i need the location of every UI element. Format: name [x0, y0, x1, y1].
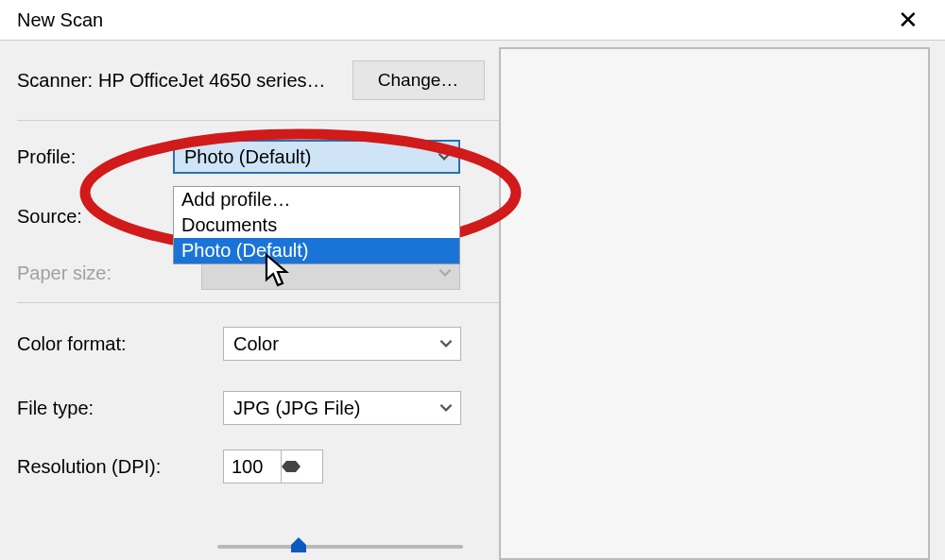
- resolution-spinner[interactable]: [223, 450, 323, 484]
- color-format-value: Color: [233, 333, 279, 355]
- scan-preview-pane: [499, 47, 930, 560]
- titlebar: New Scan ✕: [0, 0, 945, 41]
- profile-dropdown-value: Photo (Default): [184, 146, 312, 168]
- spinner-up-button[interactable]: [282, 450, 301, 467]
- resolution-label: Resolution (DPI):: [17, 456, 223, 478]
- chevron-down-icon: [439, 333, 453, 355]
- brightness-slider[interactable]: [217, 545, 463, 549]
- chevron-down-icon: [439, 398, 453, 419]
- triangle-down-icon: [282, 467, 301, 483]
- profile-option-add[interactable]: Add profile…: [174, 187, 459, 212]
- resolution-input[interactable]: [224, 450, 281, 483]
- profile-label: Profile:: [17, 146, 173, 168]
- window-title: New Scan: [17, 9, 103, 31]
- profile-option-documents[interactable]: Documents: [174, 212, 459, 238]
- color-format-dropdown[interactable]: Color: [223, 327, 461, 361]
- chevron-down-icon: [438, 263, 452, 284]
- file-type-dropdown[interactable]: JPG (JPG File): [223, 391, 461, 425]
- scanner-label: Scanner:: [17, 70, 93, 92]
- file-type-value: JPG (JPG File): [233, 398, 360, 419]
- color-format-label: Color format:: [17, 333, 223, 355]
- profile-dropdown-menu[interactable]: Add profile… Documents Photo (Default): [173, 186, 460, 264]
- slider-thumb-icon[interactable]: [289, 537, 308, 556]
- scanner-device: HP OfficeJet 4650 series…: [98, 70, 326, 92]
- source-label: Source:: [17, 206, 173, 228]
- slider-track: [217, 545, 463, 549]
- close-button[interactable]: ✕: [888, 2, 928, 39]
- profile-option-photo[interactable]: Photo (Default): [174, 238, 459, 263]
- file-type-label: File type:: [17, 398, 223, 419]
- triangle-up-icon: [282, 450, 301, 467]
- paper-size-label: Paper size:: [17, 263, 201, 284]
- spinner-down-button[interactable]: [282, 467, 301, 483]
- profile-dropdown[interactable]: Photo (Default): [173, 140, 460, 174]
- chevron-down-icon: [438, 146, 451, 168]
- change-scanner-button[interactable]: Change…: [352, 60, 485, 100]
